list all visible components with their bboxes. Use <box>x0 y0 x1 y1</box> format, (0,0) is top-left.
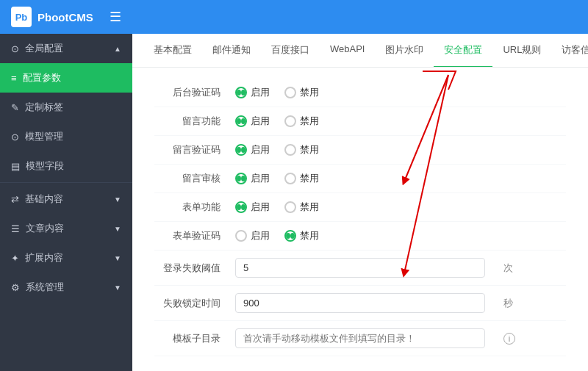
radio-comment-captcha-disable[interactable]: 禁用 <box>284 143 319 156</box>
sidebar-label-custom-tags: 定制标签 <box>25 101 63 114</box>
main-content: 基本配置 邮件通知 百度接口 WebAPI 图片水印 安全配置 URL规则 访客… <box>132 34 588 371</box>
sidebar-label-extend-content: 扩展内容 <box>25 251 63 264</box>
input-lock-time[interactable] <box>235 293 485 313</box>
form-row-template-subdir: 模板子目录 i <box>154 321 566 356</box>
form-row-lock-time: 失败锁定时间 秒 <box>154 286 566 321</box>
label-form-func: 表单功能 <box>154 201 220 214</box>
form-row-comment-captcha: 留言验证码 启用 禁用 <box>154 136 566 165</box>
controls-comment-audit: 启用 禁用 <box>235 172 319 185</box>
sidebar-item-template-mgmt[interactable]: ⊙ 模型管理 <box>0 122 132 151</box>
label-form-captcha: 表单验证码 <box>154 229 220 242</box>
sidebar-item-extend-content[interactable]: ✦ 扩展内容 ▼ <box>0 243 132 273</box>
sidebar-label-article-content: 文章内容 <box>26 222 64 235</box>
radio-form-captcha-enable[interactable]: 启用 <box>235 229 270 242</box>
input-template-subdir[interactable] <box>235 328 485 348</box>
arrow-down-icon-2: ▼ <box>114 225 121 233</box>
sidebar-item-basic-content[interactable]: ⇄ 基础内容 ▼ <box>0 184 132 214</box>
radio-circle-cc-enable <box>235 144 247 156</box>
radio-form-func-enable[interactable]: 启用 <box>235 201 270 214</box>
label-comment-captcha: 留言验证码 <box>154 143 220 156</box>
controls-login-fail: 次 <box>235 258 513 278</box>
form-row-login-fail: 登录失败阈值 次 <box>154 251 566 286</box>
radio-circle-ca-disable <box>284 173 296 184</box>
form-area: 后台验证码 启用 禁用 留言功能 <box>132 68 588 371</box>
tab-visitor[interactable]: 访客信息 <box>551 34 588 68</box>
radio-comment-captcha-enable[interactable]: 启用 <box>235 143 270 156</box>
article-icon: ☰ <box>11 223 20 234</box>
radio-backend-captcha-disable[interactable]: 禁用 <box>284 86 319 99</box>
menu-toggle-icon[interactable]: ☰ <box>110 9 121 25</box>
sidebar-item-config-params[interactable]: ≡ 配置参数 <box>0 63 132 93</box>
form-row-form-captcha: 表单验证码 启用 禁用 <box>154 222 566 251</box>
sidebar-item-custom-tags[interactable]: ✎ 定制标签 <box>0 93 132 122</box>
logo: Pb PbootCMS <box>11 7 93 27</box>
radio-comment-func-enable[interactable]: 启用 <box>235 115 270 128</box>
input-login-fail[interactable] <box>235 258 485 278</box>
radio-circle-cf-disable <box>284 115 296 127</box>
sidebar-label-basic-content: 基础内容 <box>25 192 63 206</box>
radio-label-disable: 禁用 <box>300 86 319 99</box>
radio-label-enable: 启用 <box>251 86 270 99</box>
radio-circle-fce-enable <box>235 230 247 242</box>
unit-login-fail: 次 <box>503 262 513 275</box>
arrow-down-icon-3: ▼ <box>114 254 121 262</box>
controls-form-func: 启用 禁用 <box>235 201 319 214</box>
radio-circle-ca-enable <box>235 173 247 184</box>
tab-basic[interactable]: 基本配置 <box>143 34 202 68</box>
sidebar-label-config-params: 配置参数 <box>23 71 61 84</box>
sidebar-item-article-content[interactable]: ☰ 文章内容 ▼ <box>0 214 132 243</box>
sidebar-label-system-mgmt: 系统管理 <box>26 281 64 294</box>
form-row-comment-audit: 留言审核 启用 禁用 <box>154 165 566 193</box>
sidebar-item-global-config[interactable]: ⊙ 全局配置 ▲ <box>0 34 132 63</box>
radio-comment-func-disable[interactable]: 禁用 <box>284 115 319 128</box>
controls-comment-func: 启用 禁用 <box>235 115 319 128</box>
controls-comment-captcha: 启用 禁用 <box>235 143 319 156</box>
radio-comment-audit-enable[interactable]: 启用 <box>235 172 270 185</box>
tab-baidu[interactable]: 百度接口 <box>261 34 320 68</box>
controls-lock-time: 秒 <box>235 293 513 313</box>
info-icon[interactable]: i <box>503 333 515 345</box>
radio-circle-ff-enable <box>235 201 247 213</box>
tab-security[interactable]: 安全配置 <box>434 34 492 68</box>
form-row-comment-func: 留言功能 启用 禁用 <box>154 107 566 136</box>
sidebar-label-model-fields: 模型字段 <box>26 159 64 173</box>
radio-circle-cc-disable <box>284 144 296 156</box>
radio-circle-fce-disable <box>284 230 296 242</box>
list-icon: ≡ <box>11 73 17 84</box>
arrow-down-icon-4: ▼ <box>114 284 121 292</box>
radio-circle-cf-enable <box>235 115 247 127</box>
extend-icon: ✦ <box>11 253 19 264</box>
radio-circle-disable <box>284 87 296 98</box>
tag-icon: ✎ <box>11 102 19 113</box>
basic-icon: ⇄ <box>11 194 19 205</box>
fields-icon: ▤ <box>11 161 20 172</box>
template-icon: ⊙ <box>11 132 19 143</box>
logo-text: PbootCMS <box>37 11 93 24</box>
sidebar-item-system-mgmt[interactable]: ⚙ 系统管理 ▼ <box>0 273 132 302</box>
form-row-backend-captcha: 后台验证码 启用 禁用 <box>154 79 566 107</box>
radio-backend-captcha-enable[interactable]: 启用 <box>235 86 270 99</box>
radio-circle-ff-disable <box>284 201 296 213</box>
header: Pb PbootCMS ☰ <box>0 0 588 34</box>
sidebar-label-global-config: 全局配置 <box>25 42 63 55</box>
arrow-down-icon: ▼ <box>114 195 121 203</box>
sidebar: ⊙ 全局配置 ▲ ≡ 配置参数 ✎ 定制标签 ⊙ 模型管理 ▤ 模型字段 ⇄ 基… <box>0 34 132 371</box>
sidebar-item-model-fields[interactable]: ▤ 模型字段 <box>0 151 132 181</box>
label-login-fail: 登录失败阈值 <box>154 262 220 275</box>
globe-icon: ⊙ <box>11 43 19 54</box>
radio-form-func-disable[interactable]: 禁用 <box>284 201 319 214</box>
controls-form-captcha: 启用 禁用 <box>235 229 319 242</box>
form-row-form-func: 表单功能 启用 禁用 <box>154 193 566 222</box>
label-comment-func: 留言功能 <box>154 115 220 128</box>
tab-url[interactable]: URL规则 <box>492 34 551 68</box>
tabs-bar: 基本配置 邮件通知 百度接口 WebAPI 图片水印 安全配置 URL规则 访客… <box>132 34 588 68</box>
system-icon: ⚙ <box>11 282 20 293</box>
tab-email[interactable]: 邮件通知 <box>202 34 261 68</box>
label-template-subdir: 模板子目录 <box>154 332 220 345</box>
radio-comment-audit-disable[interactable]: 禁用 <box>284 172 319 185</box>
radio-form-captcha-disable[interactable]: 禁用 <box>284 229 319 242</box>
tab-watermark[interactable]: 图片水印 <box>375 34 434 68</box>
layout: ⊙ 全局配置 ▲ ≡ 配置参数 ✎ 定制标签 ⊙ 模型管理 ▤ 模型字段 ⇄ 基… <box>0 34 588 371</box>
divider-1 <box>0 182 132 183</box>
tab-webapi[interactable]: WebAPI <box>320 34 375 68</box>
